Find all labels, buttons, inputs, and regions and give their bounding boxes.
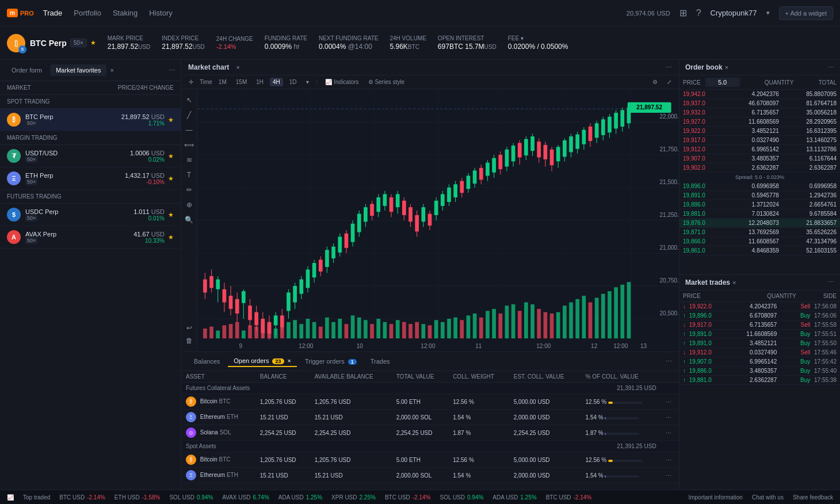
tab-balances[interactable]: Balances (188, 356, 226, 366)
tab-trades[interactable]: Trades (365, 356, 396, 366)
svg-rect-149 (575, 135, 579, 149)
svg-rect-221 (544, 312, 548, 339)
username-label[interactable]: Cryptopunk77 (711, 9, 757, 17)
svg-rect-129 (511, 146, 516, 161)
svg-rect-61 (293, 286, 297, 303)
col-pct-coll: % OF COLL. VALUE (581, 371, 661, 383)
channel-tool-icon[interactable]: ⟺ (183, 139, 196, 151)
market-row-usdc-perp[interactable]: $ USDC Perp 50× 1.011 USD 0.01% ★ (0, 204, 181, 226)
col-avail-balance: AVAILABLE BALANCE (310, 371, 392, 383)
fib-tool-icon[interactable]: ≋ (183, 154, 196, 166)
ask-row[interactable]: 19,922.0 3.4852121 16.6312395 (679, 127, 840, 136)
market-row-usdt-usd[interactable]: ₮ USDT/USD 50× 1.0006 USD 0.02% ★ (0, 145, 181, 167)
chart-close-icon[interactable]: × (236, 64, 239, 71)
bid-row[interactable]: 19,881.0 7.0130824 9.6785584 (679, 209, 840, 219)
nav-portfolio[interactable]: Portfolio (74, 6, 101, 20)
market-trades-close-icon[interactable]: × (732, 279, 736, 286)
bottom-panel-menu-icon[interactable]: ⋯ (666, 358, 672, 365)
ask-row[interactable]: 19,932.0 6.7135657 35.0056218 (679, 108, 840, 117)
ask-row[interactable]: 19,917.0 0.0327490 13.1460275 (679, 136, 840, 145)
chart-menu-icon[interactable]: ⋯ (666, 64, 672, 71)
important-info-link[interactable]: Important information (688, 494, 743, 501)
crosshair-tool[interactable]: ✛ (186, 78, 196, 86)
trade-row: ↑ 19,891.0 3.4852121 Buy 17:55:50 (679, 338, 840, 348)
chat-link[interactable]: Chat with us (752, 494, 784, 501)
ask-row[interactable]: 19,942.0 4.2042376 85.8807095 (679, 90, 840, 99)
fee-stat[interactable]: FEE ▾ 0.0200% / 0.0500% (508, 35, 568, 51)
brush-tool-icon[interactable]: ✏ (183, 184, 196, 196)
svg-rect-184 (306, 319, 310, 338)
ask-row[interactable]: 19,902.0 2.6362287 2.6362287 (679, 163, 840, 173)
bid-row[interactable]: 19,886.0 1.3712024 2.6654761 (679, 200, 840, 209)
nav-history[interactable]: History (149, 6, 172, 20)
logo-pro-text: PRO (20, 10, 34, 17)
text-tool-icon[interactable]: T (183, 169, 196, 181)
trash-icon[interactable]: 🗑 (183, 334, 196, 347)
svg-rect-222 (550, 314, 554, 338)
svg-rect-83 (364, 207, 368, 222)
trigger-orders-badge: 1 (348, 359, 357, 365)
tf-15m[interactable]: 15M (233, 78, 250, 86)
bid-row[interactable]: 19,891.0 0.5945778 1.2942736 (679, 191, 840, 200)
market-row-eth-perp[interactable]: Ξ ETH Perp 50× 1,432.17 USD -0.10% ★ (0, 167, 181, 190)
indicators-btn[interactable]: 📈 Indicators (322, 78, 361, 86)
order-book-menu-icon[interactable]: ⋯ (828, 64, 834, 71)
help-icon[interactable]: ? (696, 8, 701, 18)
trend-line-icon[interactable]: ╱ (183, 109, 196, 121)
nav-trade[interactable]: Trade (43, 6, 62, 20)
svg-rect-228 (589, 303, 593, 339)
avax-star-icon[interactable]: ★ (168, 234, 174, 241)
open-orders-close-icon[interactable]: × (288, 357, 291, 364)
usdc-star-icon[interactable]: ★ (168, 211, 174, 219)
bid-row[interactable]: 19,866.0 11.6608567 47.3134796 (679, 237, 840, 246)
bid-row[interactable]: 19,871.0 13.7692569 35.6526226 (679, 228, 840, 237)
series-style-btn[interactable]: ⚙ Series style (365, 78, 407, 86)
nav-staking[interactable]: Staking (113, 6, 138, 20)
zoom-tool-icon[interactable]: 🔍 (183, 213, 196, 226)
tab-market-favorites[interactable]: Market favorites (50, 64, 106, 76)
usdc-price-col: 1.011 USD 0.01% (133, 208, 165, 222)
ask-row[interactable]: 19,937.0 46.6708097 81.6764718 (679, 99, 840, 108)
eth-star-icon[interactable]: ★ (168, 175, 174, 182)
order-book-price-input[interactable] (705, 78, 740, 87)
favorite-star-icon[interactable]: ★ (90, 39, 96, 47)
chart-fullscreen-icon[interactable]: ⤢ (664, 78, 674, 86)
tab-trigger-orders[interactable]: Trigger orders 1 (299, 356, 362, 366)
tf-4h[interactable]: 4H (270, 78, 283, 86)
tf-1h[interactable]: 1H (253, 78, 266, 86)
change-24h-stat: 24H CHANGE -2.14% (216, 36, 253, 50)
tf-more-icon[interactable]: ▾ (303, 78, 312, 86)
bid-row[interactable]: 19,896.0 0.6996958 0.6996958 (679, 182, 840, 191)
svg-rect-208 (460, 320, 464, 338)
market-row-btc-perp[interactable]: ₿ BTC Perp 50× 21,897.52 USD 1.71% ★ (0, 109, 181, 131)
measure-tool-icon[interactable]: ⊕ (183, 198, 196, 211)
cursor-tool-icon[interactable]: ↖ (183, 94, 196, 106)
left-panel-menu-icon[interactable]: ⋯ (169, 67, 175, 74)
market-trades-menu-icon[interactable]: ⋯ (828, 278, 834, 286)
market-fav-close-icon[interactable]: × (110, 67, 113, 74)
ticker-item: ETH USD -1.58% (114, 494, 161, 501)
ask-row[interactable]: 19,912.0 6.9965142 13.1132786 (679, 145, 840, 154)
svg-text:12:00: 12:00 (613, 343, 628, 349)
bid-row[interactable]: 19,876.0 12.2048073 21.8833657 (679, 219, 840, 228)
bid-row[interactable]: 19,861.0 4.8468359 52.1603155 (679, 246, 840, 255)
share-feedback-link[interactable]: Share feedback (793, 494, 833, 501)
market-name-usdc: USDC Perp 50× (25, 208, 133, 221)
svg-rect-57 (280, 315, 284, 327)
btc-star-icon[interactable]: ★ (168, 116, 174, 124)
grid-icon[interactable]: ⊞ (679, 7, 687, 18)
add-widget-button[interactable]: + Add a widget (779, 6, 833, 20)
tf-1d[interactable]: 1D (287, 78, 300, 86)
usdt-star-icon[interactable]: ★ (168, 152, 174, 160)
ask-row[interactable]: 19,907.0 3.4805357 6.1167644 (679, 154, 840, 163)
tab-order-form[interactable]: Order form (6, 64, 48, 76)
tf-1m[interactable]: 1M (216, 78, 230, 86)
order-book-close-icon[interactable]: × (725, 64, 728, 71)
undo-icon[interactable]: ↩ (183, 322, 196, 334)
tab-open-orders[interactable]: Open orders 23 × (228, 356, 297, 367)
svg-rect-183 (299, 324, 303, 338)
horizontal-line-icon[interactable]: — (183, 124, 196, 136)
chart-settings-icon[interactable]: ⚙ (650, 78, 660, 86)
ask-row[interactable]: 19,927.0 11.6608569 28.2920965 (679, 117, 840, 127)
market-row-avax-perp[interactable]: A AVAX Perp 50× 41.67 USD 10.33% ★ (0, 226, 181, 249)
